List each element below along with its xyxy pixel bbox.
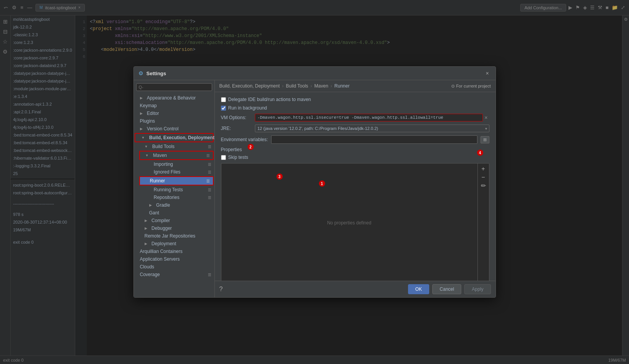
nav-version-control-arrow: ▶ <box>140 127 143 131</box>
vm-options-label: VM Options: <box>221 115 252 120</box>
nav-repositories[interactable]: Repositories ☰ <box>134 194 214 201</box>
breadcrumb-part1: Build, Execution, Deployment <box>219 83 280 89</box>
breadcrumb-sep2: › <box>310 83 312 89</box>
nav-importing-icon: ☰ <box>208 162 211 167</box>
settings-search-input[interactable] <box>136 83 212 91</box>
nav-repositories-icon: ☰ <box>208 195 211 200</box>
nav-compiler[interactable]: ▶ Compiler <box>134 217 214 224</box>
run-in-bg-label[interactable]: Run in background <box>221 105 267 111</box>
properties-actions: + − ✏ <box>477 163 489 281</box>
cancel-button[interactable]: Cancel <box>432 284 461 294</box>
for-current-project: ⊙ For current project <box>451 84 491 89</box>
nav-build-tools-arrow: ▼ <box>145 145 148 148</box>
help-icon[interactable]: ? <box>219 286 223 293</box>
dialog-title: Settings <box>147 71 166 76</box>
annotation-2: 2 <box>248 144 254 150</box>
breadcrumb-sep1: › <box>282 83 283 89</box>
properties-edit-button[interactable]: ✏ <box>479 182 487 190</box>
annotation-4: 4 <box>477 150 483 156</box>
nav-app-servers[interactable]: Application Servers <box>134 255 214 263</box>
nav-editor-arrow: ▶ <box>140 111 143 115</box>
nav-clouds[interactable]: Clouds <box>134 263 214 271</box>
nav-coverage-icon: ☰ <box>208 273 211 277</box>
vm-options-row: VM Options: × <box>221 114 489 121</box>
nav-maven-settings-icon: ☰ <box>206 153 210 158</box>
annotation-1: 1 <box>319 180 325 187</box>
breadcrumb-part4: Runner <box>334 83 349 89</box>
env-vars-button[interactable]: ⊞ <box>481 136 489 143</box>
jre-row: JRE: 12 (java version '12.0.2', path: C:… <box>221 125 489 132</box>
modal-overlay: ⚙ Settings × ▶ Appearance & Behavior Key… <box>0 0 629 364</box>
apply-button[interactable]: Apply <box>464 284 491 294</box>
nav-editor[interactable]: ▶ Editor <box>134 110 214 117</box>
properties-section: Properties Skip tests No properties def <box>221 147 489 281</box>
properties-add-button[interactable]: + <box>479 165 487 173</box>
env-vars-label: Environment variables: <box>221 137 268 142</box>
run-in-bg-row: Run in background <box>221 105 489 111</box>
nav-coverage[interactable]: Coverage ☰ <box>134 271 214 278</box>
nav-build-tools[interactable]: ▼ Build Tools ☰ <box>134 143 214 150</box>
nav-ignored-files[interactable]: Ignored Files ☰ <box>134 168 214 176</box>
dialog-body: ▶ Appearance & Behavior Keymap ▶ Editor … <box>134 80 496 297</box>
dialog-titlebar: ⚙ Settings × <box>134 67 496 80</box>
dialog-footer: ? OK Cancel Apply <box>215 281 496 297</box>
content-header: Build, Execution, Deployment › Build Too… <box>215 80 496 92</box>
vm-options-clear-button[interactable]: × <box>483 115 489 121</box>
properties-empty-message: No properties defined <box>221 163 477 281</box>
nav-running-tests-icon: ☰ <box>208 188 211 192</box>
jre-select-wrapper: 12 (java version '12.0.2', path: C:/Prog… <box>255 125 489 132</box>
nav-build-arrow: ▼ <box>142 136 145 140</box>
delegate-row: Delegate IDE build/run actions to maven <box>221 97 489 102</box>
delegate-label[interactable]: Delegate IDE build/run actions to maven <box>221 97 311 102</box>
skip-tests-label[interactable]: Skip tests <box>221 155 248 160</box>
properties-remove-button[interactable]: − <box>479 174 487 181</box>
skip-tests-row: Skip tests <box>221 155 489 160</box>
settings-title-icon: ⚙ <box>138 70 143 76</box>
nav-deployment[interactable]: ▶ Deployment <box>134 240 214 248</box>
nav-running-tests[interactable]: Running Tests ☰ <box>134 186 214 194</box>
nav-gradle[interactable]: ▶ Gradle <box>134 201 214 209</box>
annotation-3: 3 <box>277 174 283 180</box>
ok-button[interactable]: OK <box>408 284 429 294</box>
properties-table: No properties defined + − ✏ <box>221 163 489 281</box>
nav-compiler-arrow: ▶ <box>145 219 147 222</box>
content-body: Delegate IDE build/run actions to maven … <box>215 92 496 281</box>
nav-ignored-icon: ☰ <box>208 170 211 174</box>
nav-plugins[interactable]: Plugins <box>134 117 214 125</box>
breadcrumb-part3: Maven <box>314 83 328 89</box>
nav-runner-icon: ☰ <box>206 179 210 183</box>
nav-remote-jar[interactable]: Remote Jar Repositories <box>134 232 214 240</box>
nav-importing[interactable]: Importing ☰ <box>134 160 214 168</box>
vm-options-input[interactable] <box>255 114 483 121</box>
dialog-close-button[interactable]: × <box>484 70 491 77</box>
skip-tests-checkbox[interactable] <box>221 155 226 160</box>
nav-maven[interactable]: ▼ Maven ☰ <box>140 152 213 159</box>
env-vars-row: Environment variables: ⊞ <box>221 135 489 144</box>
nav-debugger-arrow: ▶ <box>145 226 147 230</box>
delegate-checkbox[interactable] <box>221 97 226 102</box>
nav-maven-arrow: ▼ <box>145 153 149 157</box>
nav-deployment-arrow: ▶ <box>145 242 147 246</box>
nav-arquillian[interactable]: Arquillian Containers <box>134 248 214 255</box>
run-in-bg-checkbox[interactable] <box>221 106 226 111</box>
settings-dialog: ⚙ Settings × ▶ Appearance & Behavior Key… <box>133 66 496 298</box>
breadcrumb-sep3: › <box>331 83 332 89</box>
nav-keymap[interactable]: Keymap <box>134 102 214 110</box>
settings-nav: ▶ Appearance & Behavior Keymap ▶ Editor … <box>134 80 215 297</box>
project-scope-icon: ⊙ <box>451 84 455 89</box>
nav-runner[interactable]: Runner ☰ <box>140 177 213 185</box>
env-vars-field[interactable] <box>271 135 477 144</box>
nav-gant[interactable]: Gant <box>134 209 214 217</box>
nav-gradle-arrow: ▶ <box>149 203 152 207</box>
nav-appearance-arrow: ▶ <box>140 96 143 100</box>
breadcrumb-part2: Build Tools <box>286 83 308 89</box>
nav-debugger[interactable]: ▶ Debugger <box>134 224 214 232</box>
nav-build-tools-settings-icon: ☰ <box>208 145 211 149</box>
nav-build-execution[interactable]: ▼ Build, Execution, Deployment ☰ <box>135 134 213 142</box>
properties-label: Properties <box>221 147 489 152</box>
nav-version-control[interactable]: ▶ Version Control <box>134 125 214 133</box>
jre-label: JRE: <box>221 126 252 131</box>
jre-select[interactable]: 12 (java version '12.0.2', path: C:/Prog… <box>255 125 489 132</box>
vm-options-wrapper: × <box>255 114 489 121</box>
nav-appearance[interactable]: ▶ Appearance & Behavior <box>134 94 214 102</box>
